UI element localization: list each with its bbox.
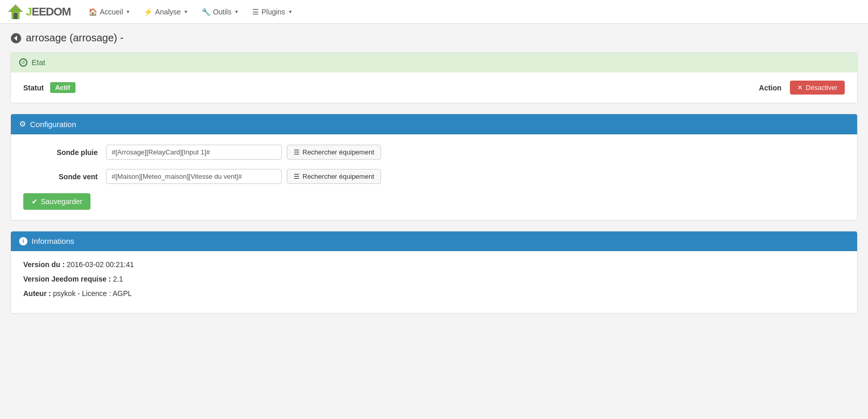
- status-right: Action ✕ Désactiver: [759, 81, 845, 95]
- info-panel: i Informations Version du : 2016-03-02 0…: [10, 231, 858, 314]
- nav-label-outils: Outils: [213, 8, 232, 16]
- info-line-jeedom: Version Jeedom requise : 2.1: [23, 275, 845, 283]
- nav-item-analyse: ⚡ Analyse ▾: [136, 0, 194, 24]
- home-icon: 🏠: [88, 8, 97, 16]
- page-content: arrosage (arrosage) - ↺ Etat Statut Acti…: [0, 24, 868, 332]
- nav-link-plugins[interactable]: ☰ Plugins ▾: [245, 0, 299, 24]
- sauvegarder-button[interactable]: ✔ Sauvegarder: [23, 193, 90, 210]
- sauvegarder-label: Sauvegarder: [41, 197, 82, 206]
- nav-item-accueil: 🏠 Accueil ▾: [81, 0, 136, 24]
- statut-label: Statut: [23, 84, 44, 92]
- svg-marker-2: [7, 4, 24, 12]
- gear-icon: ⚙: [19, 119, 26, 129]
- sonde-pluie-row: Sonde pluie ☰ Rechercher équipement: [23, 145, 845, 160]
- list-icon-pluie: ☰: [294, 148, 300, 156]
- info-header-label: Informations: [32, 237, 74, 245]
- x-icon: ✕: [797, 84, 803, 91]
- back-button[interactable]: [10, 33, 22, 44]
- caret-analyse: ▾: [185, 9, 187, 14]
- check-icon: ✔: [32, 197, 38, 206]
- info-jeedom-value: 2.1: [113, 275, 123, 283]
- info-auteur-label: Auteur :: [23, 289, 51, 298]
- sonde-vent-row: Sonde vent ☰ Rechercher équipement: [23, 169, 845, 184]
- config-panel-header: ⚙ Configuration: [11, 114, 857, 134]
- outils-icon: 🔧: [202, 8, 210, 16]
- nav-item-plugins: ☰ Plugins ▾: [245, 0, 299, 24]
- nav-link-analyse[interactable]: ⚡ Analyse ▾: [136, 0, 194, 24]
- navbar: JEEDOM 🏠 Accueil ▾ ⚡ Analyse ▾ 🔧 Outils …: [0, 0, 868, 24]
- svg-rect-1: [13, 13, 18, 19]
- nav-label-plugins: Plugins: [262, 8, 285, 16]
- nav-item-outils: 🔧 Outils ▾: [194, 0, 245, 24]
- list-icon-vent: ☰: [294, 173, 300, 180]
- action-label: Action: [759, 84, 782, 92]
- analyse-icon: ⚡: [144, 8, 153, 16]
- brand-text: JEEDOM: [26, 5, 71, 19]
- status-left: Statut Actif: [23, 82, 75, 93]
- nav-link-outils[interactable]: 🔧 Outils ▾: [194, 0, 245, 24]
- info-panel-header: i Informations: [11, 231, 857, 251]
- etat-panel: ↺ Etat Statut Actif Action ✕ Désactiver: [10, 52, 858, 103]
- sonde-pluie-label: Sonde pluie: [23, 148, 106, 157]
- config-header-label: Configuration: [30, 120, 76, 129]
- page-title: arrosage (arrosage) -: [26, 32, 124, 44]
- info-version-label: Version du :: [23, 260, 65, 269]
- config-panel: ⚙ Configuration Sonde pluie ☰ Rechercher…: [10, 114, 858, 221]
- sonde-vent-label: Sonde vent: [23, 173, 106, 181]
- caret-outils: ▾: [235, 9, 238, 14]
- caret-accueil: ▾: [127, 9, 129, 14]
- info-version-value: 2016-03-02 00:21:41: [67, 260, 134, 269]
- brand-logo-link[interactable]: JEEDOM: [6, 3, 71, 21]
- status-badge: Actif: [50, 82, 75, 93]
- info-jeedom-label: Version Jeedom requise :: [23, 275, 111, 283]
- desactiver-label: Désactiver: [806, 84, 837, 91]
- rechercher-equipement-vent-button[interactable]: ☰ Rechercher équipement: [287, 169, 381, 184]
- rechercher-vent-label: Rechercher équipement: [302, 173, 374, 180]
- page-title-row: arrosage (arrosage) -: [10, 32, 858, 44]
- nav-label-analyse: Analyse: [155, 8, 181, 16]
- info-line-auteur: Auteur : psykok - Licence : AGPL: [23, 289, 845, 298]
- config-panel-body: Sonde pluie ☰ Rechercher équipement Sond…: [11, 134, 857, 220]
- rechercher-equipement-pluie-button[interactable]: ☰ Rechercher équipement: [287, 145, 381, 160]
- plugins-icon: ☰: [252, 8, 259, 16]
- nav-menu: 🏠 Accueil ▾ ⚡ Analyse ▾ 🔧 Outils ▾ ☰ Plu…: [81, 0, 299, 23]
- sonde-pluie-input[interactable]: [106, 145, 282, 160]
- rechercher-pluie-label: Rechercher équipement: [302, 148, 374, 156]
- info-auteur-value: psykok - Licence : AGPL: [53, 289, 132, 298]
- info-line-version: Version du : 2016-03-02 00:21:41: [23, 260, 845, 269]
- circle-refresh-icon: ↺: [19, 58, 27, 67]
- caret-plugins: ▾: [289, 9, 292, 14]
- nav-link-accueil[interactable]: 🏠 Accueil ▾: [81, 0, 136, 24]
- etat-panel-header: ↺ Etat: [11, 53, 857, 72]
- info-icon: i: [19, 237, 27, 245]
- info-block: Version du : 2016-03-02 00:21:41 Version…: [11, 251, 857, 313]
- nav-label-accueil: Accueil: [100, 8, 123, 16]
- sonde-vent-input[interactable]: [106, 169, 282, 184]
- status-row: Statut Actif Action ✕ Désactiver: [11, 72, 857, 103]
- etat-header-label: Etat: [32, 58, 45, 67]
- desactiver-button[interactable]: ✕ Désactiver: [790, 81, 845, 95]
